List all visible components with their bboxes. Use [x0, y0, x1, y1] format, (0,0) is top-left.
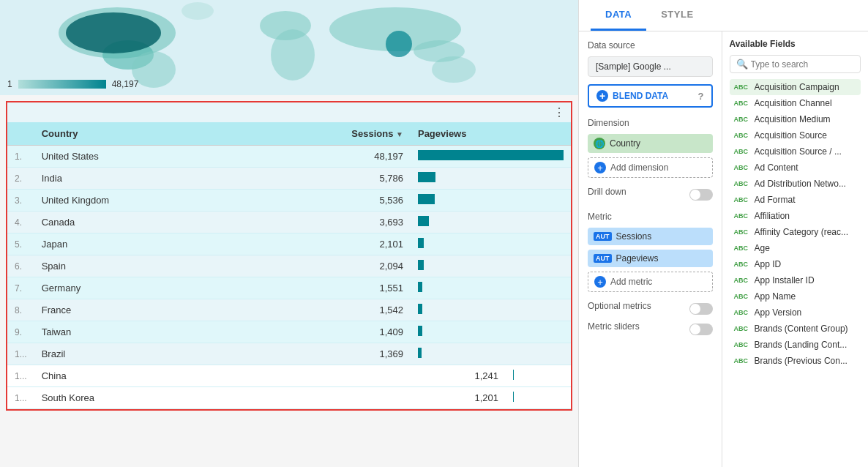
row-sessions: 2,101: [243, 234, 411, 255]
bar: [418, 238, 424, 248]
right-panel: DATA STYLE Data source [Sample] Google .…: [578, 0, 868, 467]
svg-point-10: [66, 12, 161, 53]
field-item[interactable]: ABC Affinity Category (reac...: [730, 224, 861, 240]
row-sessions: 3,693: [243, 212, 411, 234]
row-country: South Korea: [34, 387, 335, 409]
field-item[interactable]: ABC Acquisition Source: [730, 127, 861, 143]
table-row: 9. Taiwan 1,409: [7, 321, 571, 343]
field-item[interactable]: ABC Acquisition Medium: [730, 111, 861, 127]
field-item[interactable]: ABC Affiliation: [730, 208, 861, 224]
globe-icon: 🌐: [594, 138, 605, 149]
row-sessions: 1,551: [243, 277, 411, 299]
field-item[interactable]: ABC Ad Distribution Netwo...: [730, 176, 861, 192]
metric-sliders-toggle[interactable]: [689, 324, 713, 335]
row-sessions: 1,369: [243, 343, 411, 365]
tabs-row: DATA STYLE: [579, 0, 868, 31]
field-name: Acquisition Source / ...: [755, 146, 842, 157]
tab-style[interactable]: STYLE: [646, 0, 708, 31]
blend-data-label: BLEND DATA: [613, 91, 668, 101]
row-country: Canada: [34, 212, 243, 234]
table-options-button[interactable]: ⋮: [553, 105, 565, 119]
row-sessions: 1,241: [334, 365, 506, 387]
svg-point-9: [182, 2, 214, 20]
optional-metrics-label: Optional metrics: [588, 301, 651, 311]
sessions-metric-chip[interactable]: AUT Sessions: [588, 228, 713, 245]
optional-toggle-knob: [690, 304, 700, 314]
tab-data[interactable]: DATA: [591, 0, 646, 31]
table-row: 1... China 1,241: [7, 365, 571, 387]
add-dimension-button[interactable]: + Add dimension: [588, 157, 713, 178]
rbc-badge: ABC: [734, 357, 750, 365]
th-sessions[interactable]: Sessions ▼: [243, 122, 411, 146]
table-row: 4. Canada 3,693: [7, 212, 571, 234]
field-item[interactable]: ABC Ad Format: [730, 192, 861, 208]
field-item[interactable]: ABC Age: [730, 240, 861, 256]
drill-down-toggle[interactable]: [689, 189, 713, 201]
field-item[interactable]: ABC App Version: [730, 305, 861, 321]
th-country[interactable]: Country: [34, 122, 243, 146]
field-item[interactable]: ABC App Installer ID: [730, 272, 861, 288]
optional-metrics-toggle[interactable]: [689, 303, 713, 315]
sliders-toggle-knob: [690, 324, 700, 335]
rbc-badge: ABC: [734, 244, 750, 252]
field-item[interactable]: ABC Acquisition Channel: [730, 95, 861, 111]
field-name: App ID: [755, 259, 782, 269]
row-num: 7.: [7, 277, 34, 299]
search-input[interactable]: [751, 59, 854, 70]
field-item[interactable]: ABC Ad Content: [730, 160, 861, 176]
field-item[interactable]: ABC Brands (Content Group): [730, 321, 861, 337]
bar: [418, 282, 422, 292]
field-item[interactable]: ABC App ID: [730, 256, 861, 272]
bar: [418, 172, 435, 182]
row-country: United Kingdom: [34, 190, 243, 212]
rbc-badge: ABC: [734, 309, 750, 316]
field-item[interactable]: ABC Acquisition Campaign: [730, 79, 861, 95]
rbc-badge: ABC: [734, 148, 750, 155]
search-box: 🔍: [730, 55, 861, 73]
pageviews-metric-chip[interactable]: AUT Pageviews: [588, 250, 713, 267]
row-sessions: 2,094: [243, 255, 411, 277]
blend-data-button[interactable]: + BLEND DATA ?: [588, 84, 713, 108]
field-item[interactable]: ABC Brands (Previous Con...: [730, 353, 861, 369]
bar: [418, 304, 422, 314]
table-row: 1... South Korea 1,201: [7, 387, 571, 409]
row-country: United States: [34, 146, 243, 168]
rbc-badge: ABC: [734, 261, 750, 268]
help-icon[interactable]: ?: [698, 91, 704, 102]
field-name: App Version: [755, 307, 802, 318]
row-sessions: 48,197: [243, 146, 411, 168]
row-num: 5.: [7, 234, 34, 255]
field-name: Age: [755, 243, 770, 253]
bar: [513, 370, 514, 380]
plus-icon-metric: +: [594, 276, 606, 288]
row-country: Spain: [34, 255, 243, 277]
table-row: 1... Brazil 1,369: [7, 343, 571, 365]
available-fields-panel: Available Fields 🔍 ABC Acquisition Campa…: [722, 31, 868, 467]
rbc-badge: ABC: [734, 228, 750, 236]
field-item[interactable]: ABC App Name: [730, 288, 861, 305]
rbc-badge: ABC: [734, 325, 750, 332]
field-name: Acquisition Medium: [755, 114, 831, 124]
aut-badge-pageviews: AUT: [594, 254, 612, 263]
add-metric-button[interactable]: + Add metric: [588, 272, 713, 292]
row-bar: [411, 168, 571, 190]
bar: [418, 150, 564, 160]
row-country: Brazil: [34, 343, 243, 365]
field-name: Ad Distribution Netwo...: [755, 179, 846, 189]
svg-point-11: [386, 31, 412, 57]
th-pageviews[interactable]: Pageviews: [411, 122, 571, 146]
row-num: 4.: [7, 212, 34, 234]
row-bar: [506, 365, 571, 387]
country-dimension-chip[interactable]: 🌐 Country: [588, 134, 713, 153]
rbc-badge: ABC: [734, 180, 750, 187]
field-name: Acquisition Source: [755, 130, 827, 141]
row-country: India: [34, 168, 243, 190]
data-source-box[interactable]: [Sample] Google ...: [588, 56, 713, 77]
row-country: France: [34, 299, 243, 321]
rbc-badge: ABC: [734, 83, 750, 91]
rbc-badge: ABC: [734, 132, 750, 139]
metric-section: Metric AUT Sessions AUT Pageviews + Add …: [588, 212, 713, 292]
rbc-badge: ABC: [734, 212, 750, 220]
field-item[interactable]: ABC Acquisition Source / ...: [730, 143, 861, 160]
field-item[interactable]: ABC Brands (Landing Cont...: [730, 337, 861, 353]
